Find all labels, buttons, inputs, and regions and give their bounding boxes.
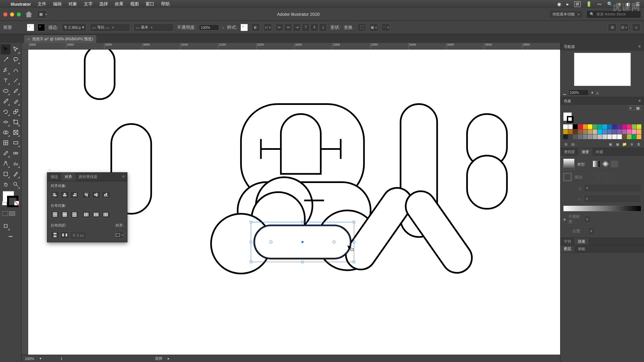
swatch-lib-icon[interactable]: ⊞: [563, 142, 569, 146]
style-swatch[interactable]: [240, 24, 248, 31]
horizontal-ruler[interactable]: 29002950 30003050 31003150 32003250 3300…: [28, 43, 560, 50]
swatch[interactable]: [563, 129, 568, 134]
magic-wand-tool[interactable]: [1, 55, 10, 65]
swatch[interactable]: [593, 124, 597, 129]
spotlight-icon[interactable]: 🔍: [607, 1, 613, 7]
swatch[interactable]: [602, 129, 607, 134]
vdist-bottom[interactable]: [70, 211, 79, 218]
zoom-tool[interactable]: [11, 179, 20, 189]
panel-menu-icon[interactable]: ≡: [632, 23, 641, 32]
swatch[interactable]: [573, 129, 578, 134]
menu-select[interactable]: 选择: [99, 1, 108, 7]
full-screen-icon[interactable]: [9, 211, 15, 216]
width-tool[interactable]: [1, 117, 10, 127]
edit-toolbar[interactable]: •••: [1, 231, 20, 241]
artboard-tool[interactable]: [1, 169, 10, 179]
menu-effect[interactable]: 效果: [115, 1, 123, 7]
perspective-tool[interactable]: [11, 127, 20, 137]
swatch[interactable]: [597, 134, 602, 139]
more-icon[interactable]: ⋯: [381, 23, 390, 32]
swatch[interactable]: [583, 129, 588, 134]
fill-stroke-mini[interactable]: [563, 112, 572, 121]
opacity-more-icon[interactable]: ›: [222, 25, 224, 29]
graph-tool[interactable]: [11, 159, 20, 169]
vdist-top[interactable]: [51, 211, 59, 218]
eraser-tool[interactable]: [11, 96, 20, 106]
recolor-icon[interactable]: ◐: [251, 23, 260, 32]
fill-swatch[interactable]: [27, 24, 34, 31]
hand-tool[interactable]: [1, 179, 10, 189]
hspace[interactable]: [60, 231, 69, 239]
swatch[interactable]: [637, 134, 641, 139]
brush-dropdown[interactable]: — 基本: [133, 23, 174, 32]
swatch[interactable]: [617, 134, 622, 139]
tab-gradient[interactable]: 渐变: [578, 148, 592, 156]
zoom-out-icon[interactable]: ▁: [563, 90, 566, 95]
swatch[interactable]: [612, 134, 617, 139]
swatch[interactable]: [568, 134, 573, 139]
swatch[interactable]: [602, 124, 607, 129]
selection-tool[interactable]: [1, 44, 10, 54]
crop-icon[interactable]: ▣: [369, 23, 378, 32]
home-button[interactable]: [25, 11, 32, 17]
swatch[interactable]: [622, 129, 627, 134]
list-view-icon[interactable]: ≡: [629, 106, 635, 110]
battery-icon[interactable]: 🔋: [586, 1, 592, 7]
swatch[interactable]: [593, 134, 597, 139]
workspace-switcher[interactable]: 传统基本功能: [550, 11, 582, 18]
tab-character[interactable]: 字符: [560, 238, 575, 245]
swatch[interactable]: [573, 124, 578, 129]
user-icon[interactable]: ☰: [636, 1, 640, 7]
gradient-slider[interactable]: [563, 205, 641, 212]
align-to-dropdown[interactable]: [115, 231, 124, 239]
swatch[interactable]: [632, 129, 637, 134]
swatch[interactable]: [607, 134, 612, 139]
app-menu[interactable]: Illustrator: [11, 2, 31, 7]
valign-bottom[interactable]: [102, 191, 110, 198]
status-zoom[interactable]: 100%: [25, 357, 34, 361]
swatch[interactable]: [568, 129, 573, 134]
tab-appearance[interactable]: 外观: [592, 148, 606, 156]
gradient-tool[interactable]: [11, 138, 20, 148]
align-top-icon[interactable]: ⤒: [302, 23, 310, 32]
paintbrush-tool[interactable]: [11, 86, 20, 96]
swatch[interactable]: [602, 134, 607, 139]
close-tab-icon[interactable]: ×: [28, 37, 30, 41]
window-controls[interactable]: [3, 12, 21, 16]
type-tool[interactable]: [1, 75, 10, 85]
valign-middle[interactable]: [92, 191, 101, 198]
swatch[interactable]: [568, 124, 573, 129]
menu-type[interactable]: 文字: [84, 1, 93, 7]
halign-left[interactable]: [51, 191, 59, 198]
doc-setup-icon[interactable]: ▱: [263, 23, 272, 32]
status-artboard[interactable]: 1: [60, 357, 62, 361]
menu-file[interactable]: 文件: [38, 1, 46, 7]
swatch[interactable]: [597, 129, 602, 134]
swatches-grid[interactable]: [560, 123, 644, 140]
vdist-center[interactable]: [60, 211, 69, 218]
stock-search[interactable]: 🔍 搜索 Adobe Stock: [587, 11, 641, 18]
swatch[interactable]: [563, 134, 568, 139]
tab-artboards[interactable]: 画板: [575, 245, 589, 252]
menu-help[interactable]: 帮助: [161, 1, 170, 7]
panel-menu-icon[interactable]: ≡: [639, 44, 641, 49]
free-transform-tool[interactable]: [11, 117, 20, 127]
swatch[interactable]: [622, 134, 627, 139]
swatch[interactable]: [573, 134, 578, 139]
hdist-right[interactable]: [102, 211, 110, 218]
align-left-icon[interactable]: ⇤: [275, 23, 283, 32]
slice-tool[interactable]: [11, 169, 20, 179]
grid-view-icon[interactable]: ▦: [636, 106, 641, 110]
swatch[interactable]: [637, 124, 641, 129]
swatch[interactable]: [617, 129, 622, 134]
swatch[interactable]: [563, 124, 568, 129]
stroke-weight-input[interactable]: ⇅2.369 p▾: [62, 23, 87, 32]
tab-pathfinder[interactable]: 路径查找器: [75, 173, 101, 181]
swatch[interactable]: [588, 129, 592, 134]
halign-right[interactable]: [70, 191, 79, 198]
align-right-icon[interactable]: ⇥: [293, 23, 301, 32]
swatch[interactable]: [632, 124, 637, 129]
arrange-docs-button[interactable]: ▦: [37, 10, 47, 18]
radial-gradient-icon[interactable]: [602, 161, 609, 167]
mesh-tool[interactable]: [1, 138, 10, 148]
